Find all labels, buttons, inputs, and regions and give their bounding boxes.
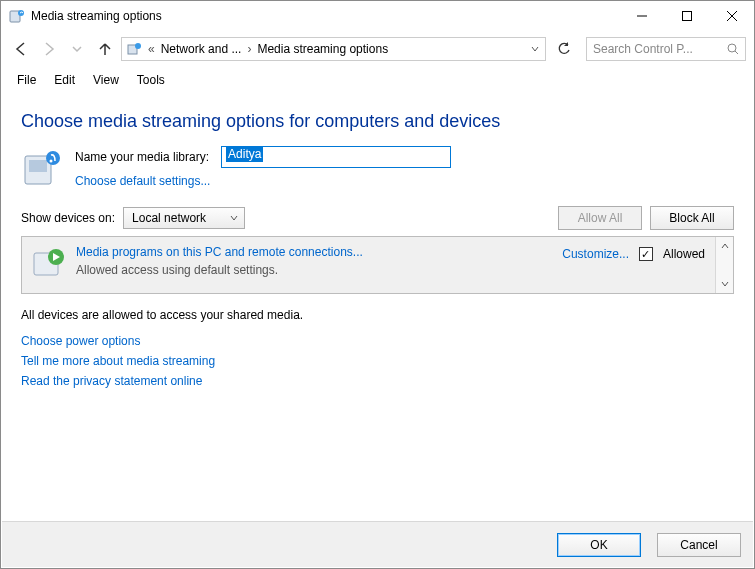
breadcrumb-item[interactable]: Network and ... bbox=[157, 42, 246, 56]
svg-point-13 bbox=[50, 160, 53, 163]
library-name-input[interactable]: Aditya bbox=[221, 146, 451, 168]
library-name-value: Aditya bbox=[226, 146, 263, 162]
allowed-checkbox[interactable]: ✓ bbox=[639, 247, 653, 261]
breadcrumb-item[interactable]: Media streaming options bbox=[253, 42, 392, 56]
window-title: Media streaming options bbox=[31, 9, 619, 23]
svg-point-7 bbox=[135, 43, 141, 49]
chevron-down-icon bbox=[230, 214, 238, 222]
refresh-button[interactable] bbox=[552, 37, 576, 61]
device-subtext: Allowed access using default settings. bbox=[76, 263, 552, 277]
related-links: Choose power options Tell me more about … bbox=[21, 334, 734, 388]
title-bar: Media streaming options bbox=[1, 1, 754, 31]
window-controls bbox=[619, 1, 754, 31]
search-placeholder: Search Control P... bbox=[593, 42, 723, 56]
library-name-label: Name your media library: bbox=[75, 150, 209, 164]
block-all-button[interactable]: Block All bbox=[650, 206, 734, 230]
default-settings-link[interactable]: Choose default settings... bbox=[75, 174, 451, 188]
device-list: Media programs on this PC and remote con… bbox=[21, 236, 734, 294]
cancel-button[interactable]: Cancel bbox=[657, 533, 741, 557]
menu-view[interactable]: View bbox=[85, 71, 127, 89]
device-icon bbox=[32, 245, 66, 279]
close-button[interactable] bbox=[709, 1, 754, 31]
app-icon bbox=[9, 8, 25, 24]
chevron-left-icon: « bbox=[146, 42, 157, 56]
nav-toolbar: « Network and ... › Media streaming opti… bbox=[1, 31, 754, 67]
privacy-link[interactable]: Read the privacy statement online bbox=[21, 374, 734, 388]
status-text: All devices are allowed to access your s… bbox=[21, 308, 734, 322]
footer: OK Cancel bbox=[2, 521, 753, 567]
forward-button[interactable] bbox=[37, 37, 61, 61]
learn-more-link[interactable]: Tell me more about media streaming bbox=[21, 354, 734, 368]
device-title: Media programs on this PC and remote con… bbox=[76, 245, 552, 259]
menu-bar: File Edit View Tools bbox=[1, 67, 754, 95]
ok-button[interactable]: OK bbox=[557, 533, 641, 557]
content-area: Choose media streaming options for compu… bbox=[1, 95, 754, 388]
svg-rect-11 bbox=[29, 160, 47, 172]
svg-point-1 bbox=[18, 10, 24, 16]
back-button[interactable] bbox=[9, 37, 33, 61]
svg-point-12 bbox=[46, 151, 60, 165]
power-options-link[interactable]: Choose power options bbox=[21, 334, 734, 348]
location-icon bbox=[122, 41, 146, 57]
svg-point-8 bbox=[728, 44, 736, 52]
scope-select[interactable]: Local network bbox=[123, 207, 245, 229]
up-button[interactable] bbox=[93, 37, 117, 61]
device-row[interactable]: Media programs on this PC and remote con… bbox=[22, 237, 715, 293]
library-section: Name your media library: Aditya Choose d… bbox=[21, 146, 734, 188]
address-dropdown-button[interactable] bbox=[525, 45, 545, 53]
svg-line-9 bbox=[735, 51, 738, 54]
maximize-button[interactable] bbox=[664, 1, 709, 31]
svg-rect-3 bbox=[682, 12, 691, 21]
customize-link[interactable]: Customize... bbox=[562, 247, 629, 261]
menu-file[interactable]: File bbox=[9, 71, 44, 89]
scrollbar[interactable] bbox=[715, 237, 733, 293]
show-devices-label: Show devices on: bbox=[21, 211, 115, 225]
allow-all-button[interactable]: Allow All bbox=[558, 206, 642, 230]
address-bar[interactable]: « Network and ... › Media streaming opti… bbox=[121, 37, 546, 61]
minimize-button[interactable] bbox=[619, 1, 664, 31]
scope-value: Local network bbox=[132, 211, 206, 225]
search-box[interactable]: Search Control P... bbox=[586, 37, 746, 61]
scroll-up-button[interactable] bbox=[716, 237, 733, 255]
devices-header: Show devices on: Local network Allow All… bbox=[21, 206, 734, 230]
page-title: Choose media streaming options for compu… bbox=[21, 111, 734, 132]
scroll-down-button[interactable] bbox=[716, 275, 733, 293]
recent-locations-button[interactable] bbox=[65, 37, 89, 61]
allowed-label: Allowed bbox=[663, 247, 705, 261]
menu-edit[interactable]: Edit bbox=[46, 71, 83, 89]
menu-tools[interactable]: Tools bbox=[129, 71, 173, 89]
chevron-right-icon: › bbox=[245, 42, 253, 56]
search-icon bbox=[727, 43, 739, 55]
library-icon bbox=[21, 146, 63, 188]
